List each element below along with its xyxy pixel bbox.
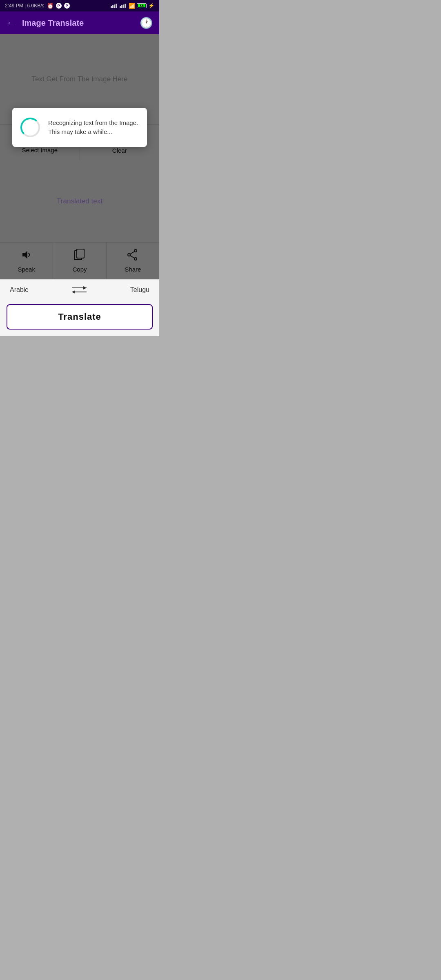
loading-dialog: Recognizing text from the Image. This ma… xyxy=(12,108,147,147)
loading-overlay: Recognizing text from the Image. This ma… xyxy=(0,34,159,279)
history-button[interactable]: 🕐 xyxy=(140,17,153,29)
swap-languages-button[interactable] xyxy=(71,285,87,294)
page-title: Image Translate xyxy=(22,18,140,28)
language-row: Arabic Telugu xyxy=(0,279,159,300)
translate-button[interactable]: Translate xyxy=(7,304,153,330)
svg-marker-13 xyxy=(83,286,87,290)
translate-btn-container: Translate xyxy=(0,300,159,336)
app-bar: ← Image Translate 🕐 xyxy=(0,11,159,34)
wifi-icon: 📶 xyxy=(129,3,135,9)
signal-icon xyxy=(111,4,117,8)
svg-marker-15 xyxy=(72,290,75,294)
battery-level: 86 xyxy=(138,4,145,7)
app-icon-2: P xyxy=(64,3,70,9)
loading-message: Recognizing text from the Image. This ma… xyxy=(48,118,139,137)
time-display: 2:49 PM | 6.0KB/s xyxy=(5,3,45,9)
charging-icon: ⚡ xyxy=(148,3,154,9)
target-language[interactable]: Telugu xyxy=(130,286,149,294)
status-left: 2:49 PM | 6.0KB/s ⏰ P P xyxy=(5,3,70,9)
battery-indicator: 86 xyxy=(137,3,147,8)
loading-spinner xyxy=(20,118,40,137)
status-bar: 2:49 PM | 6.0KB/s ⏰ P P 📶 86 ⚡ xyxy=(0,0,159,11)
signal-icon-2 xyxy=(120,4,126,8)
status-right: 📶 86 ⚡ xyxy=(111,3,154,9)
alarm-icon: ⏰ xyxy=(47,3,53,9)
app-icon-1: P xyxy=(56,3,62,9)
main-content: Text Get From The Image Here Select Imag… xyxy=(0,34,159,279)
source-language[interactable]: Arabic xyxy=(10,286,28,294)
back-button[interactable]: ← xyxy=(7,18,16,28)
